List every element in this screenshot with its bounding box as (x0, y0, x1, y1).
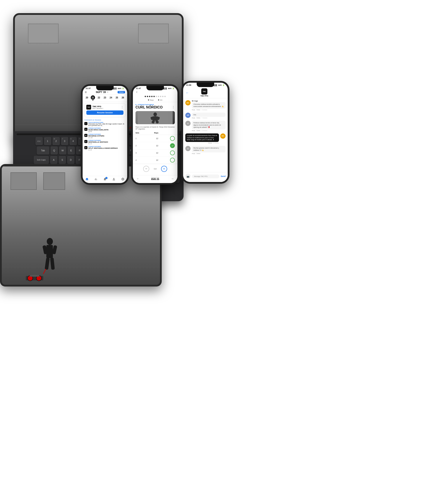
key-e[interactable]: E (68, 146, 75, 155)
set-check-2[interactable] (170, 143, 175, 148)
reply-btn-2[interactable]: Reply (192, 117, 195, 119)
set-check-1[interactable] (170, 136, 175, 141)
key-2[interactable]: @2 (52, 137, 60, 145)
delete-btn-4[interactable]: Delete (208, 142, 212, 144)
phone1-time: 21:37 (86, 87, 91, 90)
date-25[interactable]: 25 (115, 95, 119, 101)
exercise-name-c: SENTADILLA SENTADO (88, 141, 125, 143)
reply-btn-5[interactable]: Reply (192, 153, 195, 154)
chat-messages: MC Mr Cage Chicos/as mañana tendréis act… (183, 98, 228, 168)
comment-link[interactable]: Comment on Session (83, 119, 127, 121)
filter-icon[interactable]: ☰ (85, 91, 87, 93)
msg-time-4: 2 minutes (213, 142, 219, 144)
exercise-sets-a: @ 60 (88, 131, 125, 132)
add-set-button[interactable]: + (161, 166, 167, 172)
date-num-22: 22 (97, 95, 101, 100)
phone1-header: ☰ SEPT '20 ▼ TODAY (83, 90, 127, 94)
back-chevron[interactable] (133, 90, 177, 95)
date-21[interactable]: 21 (91, 95, 95, 101)
reps-label: Reps (150, 99, 154, 101)
msg-actions-3: Reply Delete 6 minutes (192, 130, 225, 131)
exercise-sets-b: 3 x 20 (88, 137, 125, 139)
sets-table-header: Sets Reps (133, 131, 177, 135)
phone2-status-icons: ▌▌▌ WiFi 🔋 (163, 88, 174, 90)
exercise-details-d: STRENGTH/POWER SPLIT SENTADILLA MANCUERN… (88, 146, 125, 151)
session-time-value: 8585:35 (139, 178, 171, 180)
set-row-3: 3 12 (133, 149, 177, 156)
kg-label: KG (160, 99, 162, 101)
nav-chart[interactable] (94, 177, 98, 181)
msg-text-3: Perfecto mañana termino el tercer día, a… (192, 121, 225, 129)
date-22[interactable]: 22 (97, 95, 101, 101)
set-check-3[interactable] (170, 150, 175, 155)
resume-button[interactable]: Resume Session (86, 110, 123, 115)
nav-home[interactable] (85, 177, 89, 181)
exercise-letter-d: D (84, 146, 88, 149)
date-24[interactable]: 24 (109, 95, 113, 101)
set-check-4[interactable] (170, 158, 175, 163)
set-controls: − Set + (133, 164, 177, 174)
phone2-bottom-nav: ← Session Time 8585:35 → (133, 175, 177, 183)
message-input[interactable]: Message TMC PFG (192, 174, 219, 178)
key-s[interactable]: S (59, 156, 66, 164)
today-button[interactable]: TODAY (118, 91, 125, 93)
set-num-4: 4 (136, 159, 144, 161)
reply-btn-3[interactable]: Reply (192, 130, 195, 131)
send-button[interactable]: Send (221, 175, 225, 177)
nav-badge: 4 (105, 177, 108, 179)
kg-value: 0 (158, 99, 159, 101)
delete-btn-1[interactable]: Delete (196, 109, 200, 110)
chevron-down-icon[interactable]: ▼ (107, 91, 109, 93)
key-esc[interactable]: esc (35, 137, 43, 145)
key-capslock[interactable]: lock Caps (34, 156, 49, 164)
key-d[interactable]: D (67, 156, 74, 164)
nav-bell[interactable]: 4 (103, 177, 107, 181)
delete-btn-3[interactable]: Delete (196, 130, 200, 131)
key-w[interactable]: W (59, 146, 66, 155)
key-3[interactable]: #3 (61, 137, 68, 145)
msg-actions-1: Reply Delete 8 minutes (192, 109, 225, 110)
exercise-letter-a: A (84, 128, 88, 131)
key-a[interactable]: A (50, 156, 57, 164)
set-num-1: 1 (136, 137, 144, 139)
month-nav: SEPT '20 ▼ (96, 91, 109, 93)
date-26[interactable]: 26 (121, 95, 125, 101)
exercise-letter-i: I (84, 122, 88, 125)
exercise-item-b: B STRENGTH/POWER REVERSE HYPERS 3 x 20 (84, 134, 125, 139)
nav-settings[interactable] (121, 177, 125, 181)
phone-chat: 21:58 ▌▌▌ WiFi 🔋 ← TMC TMC PFG MC Mr Cag… (181, 81, 230, 184)
more-icon[interactable]: ⋮ (121, 106, 123, 109)
key-4[interactable]: $4 (70, 137, 77, 145)
check-col-header (168, 132, 175, 134)
key-q[interactable]: Q (50, 146, 58, 155)
reps-col-header: Reps (144, 132, 168, 134)
p3-battery-icon: 🔋 (223, 84, 225, 86)
dot-8 (160, 96, 161, 97)
remove-set-button[interactable]: − (143, 166, 149, 172)
exercise-details-b: STRENGTH/POWER REVERSE HYPERS 3 x 20 (88, 134, 125, 139)
key-tab[interactable]: Tab (37, 146, 49, 155)
delete-btn-2[interactable]: Delete (196, 117, 200, 119)
camera-button[interactable]: 📷 (185, 174, 191, 179)
chat-back-button[interactable]: ← (186, 91, 189, 94)
set-row-2: 2 12 (133, 142, 177, 149)
date-20[interactable]: 20 (85, 95, 89, 101)
set-reps-2: 12 (144, 145, 170, 147)
delete-btn-5[interactable]: Delete (196, 153, 200, 154)
exercise-more-icon[interactable]: ⋮ (172, 106, 175, 109)
dot-1 (145, 96, 146, 97)
date-num-20: 20 (85, 95, 89, 100)
month-label: SEPT '20 (96, 91, 106, 93)
reply-btn-1[interactable]: Reply (192, 109, 195, 110)
nav-person[interactable] (112, 177, 116, 181)
key-1[interactable]: !1 (44, 137, 51, 145)
exercise-item-i: I COACH INSTRUCTIONS Chicos/as soy Félix… (84, 122, 125, 126)
date-23[interactable]: 23 (103, 95, 107, 101)
exercise-item-a: A STRENGTH/POWER SLED DRAG ADELANTE @ 60 (84, 128, 125, 132)
prev-exercise-button[interactable]: ← (136, 177, 139, 180)
phone1-notch (96, 86, 114, 90)
p3-signal-icon: ▌▌▌ (214, 84, 217, 86)
next-exercise-button[interactable]: → (171, 177, 174, 180)
exercise-title-row: CURL NÓRDICO ⋮ (136, 106, 175, 109)
message-3: U Perfecto mañana termino el tercer día,… (185, 121, 225, 131)
